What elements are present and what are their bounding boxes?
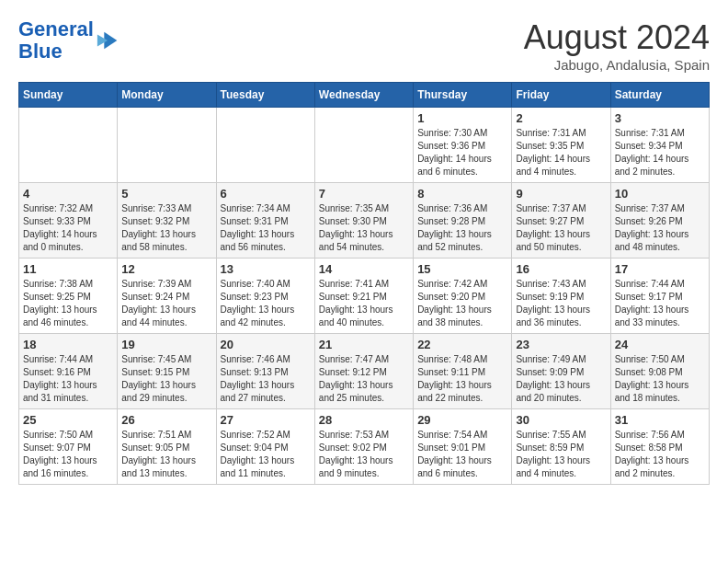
logo-icon — [96, 28, 121, 53]
weekday-header-sunday: Sunday — [19, 83, 118, 108]
calendar-cell — [118, 108, 216, 183]
day-info: Sunrise: 7:37 AM Sunset: 9:26 PM Dayligh… — [615, 202, 705, 254]
calendar-cell: 14Sunrise: 7:41 AM Sunset: 9:21 PM Dayli… — [314, 259, 413, 334]
day-number: 2 — [516, 111, 606, 125]
day-info: Sunrise: 7:32 AM Sunset: 9:33 PM Dayligh… — [23, 202, 113, 254]
day-info: Sunrise: 7:48 AM Sunset: 9:11 PM Dayligh… — [417, 353, 507, 405]
day-number: 5 — [121, 187, 211, 201]
calendar-cell: 28Sunrise: 7:53 AM Sunset: 9:02 PM Dayli… — [314, 409, 413, 485]
day-number: 17 — [615, 262, 705, 276]
day-info: Sunrise: 7:37 AM Sunset: 9:27 PM Dayligh… — [516, 202, 606, 254]
weekday-header-saturday: Saturday — [610, 83, 709, 108]
day-number: 20 — [221, 338, 311, 351]
calendar-cell: 1Sunrise: 7:30 AM Sunset: 9:36 PM Daylig… — [414, 108, 512, 183]
day-info: Sunrise: 7:50 AM Sunset: 9:07 PM Dayligh… — [23, 429, 113, 480]
calendar-cell: 9Sunrise: 7:37 AM Sunset: 9:27 PM Daylig… — [512, 183, 610, 259]
day-info: Sunrise: 7:43 AM Sunset: 9:19 PM Dayligh… — [516, 278, 606, 329]
day-info: Sunrise: 7:52 AM Sunset: 9:04 PM Dayligh… — [221, 429, 311, 480]
day-info: Sunrise: 7:56 AM Sunset: 8:58 PM Dayligh… — [615, 429, 705, 480]
calendar-cell: 3Sunrise: 7:31 AM Sunset: 9:34 PM Daylig… — [610, 108, 709, 183]
day-info: Sunrise: 7:42 AM Sunset: 9:20 PM Dayligh… — [417, 278, 507, 329]
day-number: 26 — [121, 413, 211, 427]
title-block: August 2024 Jabugo, Andalusia, Spain — [524, 18, 710, 73]
day-number: 22 — [417, 338, 507, 351]
day-number: 24 — [615, 338, 705, 351]
day-info: Sunrise: 7:39 AM Sunset: 9:24 PM Dayligh… — [121, 278, 211, 329]
calendar-body: 1Sunrise: 7:30 AM Sunset: 9:36 PM Daylig… — [19, 108, 710, 485]
day-number: 4 — [23, 187, 113, 201]
day-info: Sunrise: 7:36 AM Sunset: 9:28 PM Dayligh… — [417, 202, 507, 254]
day-info: Sunrise: 7:30 AM Sunset: 9:36 PM Dayligh… — [417, 127, 507, 178]
weekday-header-tuesday: Tuesday — [216, 83, 314, 108]
day-number: 14 — [319, 262, 409, 276]
calendar-cell: 12Sunrise: 7:39 AM Sunset: 9:24 PM Dayli… — [118, 259, 216, 334]
day-info: Sunrise: 7:34 AM Sunset: 9:31 PM Dayligh… — [221, 202, 311, 254]
weekday-row: SundayMondayTuesdayWednesdayThursdayFrid… — [19, 83, 710, 108]
weekday-header-wednesday: Wednesday — [314, 83, 413, 108]
calendar-cell: 20Sunrise: 7:46 AM Sunset: 9:13 PM Dayli… — [216, 334, 314, 409]
calendar-cell: 24Sunrise: 7:50 AM Sunset: 9:08 PM Dayli… — [610, 334, 709, 409]
day-number: 1 — [417, 111, 507, 125]
calendar-cell: 2Sunrise: 7:31 AM Sunset: 9:35 PM Daylig… — [512, 108, 610, 183]
day-number: 19 — [121, 338, 211, 351]
location-subtitle: Jabugo, Andalusia, Spain — [524, 57, 710, 73]
calendar-week-4: 18Sunrise: 7:44 AM Sunset: 9:16 PM Dayli… — [19, 334, 710, 409]
day-number: 3 — [615, 111, 705, 125]
logo: General Blue — [18, 18, 121, 63]
day-info: Sunrise: 7:41 AM Sunset: 9:21 PM Dayligh… — [319, 278, 409, 329]
calendar-cell: 10Sunrise: 7:37 AM Sunset: 9:26 PM Dayli… — [610, 183, 709, 259]
day-info: Sunrise: 7:47 AM Sunset: 9:12 PM Dayligh… — [319, 353, 409, 405]
day-info: Sunrise: 7:44 AM Sunset: 9:16 PM Dayligh… — [23, 353, 113, 405]
calendar-header: SundayMondayTuesdayWednesdayThursdayFrid… — [19, 83, 710, 108]
day-number: 15 — [417, 262, 507, 276]
calendar-cell: 6Sunrise: 7:34 AM Sunset: 9:31 PM Daylig… — [216, 183, 314, 259]
day-info: Sunrise: 7:33 AM Sunset: 9:32 PM Dayligh… — [121, 202, 211, 254]
day-info: Sunrise: 7:40 AM Sunset: 9:23 PM Dayligh… — [221, 278, 311, 329]
calendar-cell: 29Sunrise: 7:54 AM Sunset: 9:01 PM Dayli… — [414, 409, 512, 485]
calendar-cell: 17Sunrise: 7:44 AM Sunset: 9:17 PM Dayli… — [610, 259, 709, 334]
month-year-title: August 2024 — [524, 18, 710, 57]
day-number: 9 — [516, 187, 606, 201]
day-number: 18 — [23, 338, 113, 351]
calendar-cell: 23Sunrise: 7:49 AM Sunset: 9:09 PM Dayli… — [512, 334, 610, 409]
calendar-cell: 7Sunrise: 7:35 AM Sunset: 9:30 PM Daylig… — [314, 183, 413, 259]
day-info: Sunrise: 7:55 AM Sunset: 8:59 PM Dayligh… — [516, 429, 606, 480]
calendar-cell: 21Sunrise: 7:47 AM Sunset: 9:12 PM Dayli… — [314, 334, 413, 409]
day-number: 30 — [516, 413, 606, 427]
calendar-cell — [314, 108, 413, 183]
calendar-cell: 13Sunrise: 7:40 AM Sunset: 9:23 PM Dayli… — [216, 259, 314, 334]
calendar-cell — [216, 108, 314, 183]
calendar-cell: 27Sunrise: 7:52 AM Sunset: 9:04 PM Dayli… — [216, 409, 314, 485]
calendar-cell: 30Sunrise: 7:55 AM Sunset: 8:59 PM Dayli… — [512, 409, 610, 485]
calendar-cell: 5Sunrise: 7:33 AM Sunset: 9:32 PM Daylig… — [118, 183, 216, 259]
day-number: 11 — [23, 262, 113, 276]
day-info: Sunrise: 7:31 AM Sunset: 9:34 PM Dayligh… — [615, 127, 705, 178]
calendar-week-1: 1Sunrise: 7:30 AM Sunset: 9:36 PM Daylig… — [19, 108, 710, 183]
day-number: 27 — [221, 413, 311, 427]
day-info: Sunrise: 7:35 AM Sunset: 9:30 PM Dayligh… — [319, 202, 409, 254]
logo-text: General Blue — [18, 18, 94, 63]
day-number: 16 — [516, 262, 606, 276]
day-number: 7 — [319, 187, 409, 201]
weekday-header-monday: Monday — [118, 83, 216, 108]
weekday-header-thursday: Thursday — [414, 83, 512, 108]
day-number: 25 — [23, 413, 113, 427]
calendar-cell: 8Sunrise: 7:36 AM Sunset: 9:28 PM Daylig… — [414, 183, 512, 259]
day-info: Sunrise: 7:53 AM Sunset: 9:02 PM Dayligh… — [319, 429, 409, 480]
calendar-cell: 4Sunrise: 7:32 AM Sunset: 9:33 PM Daylig… — [19, 183, 118, 259]
day-info: Sunrise: 7:38 AM Sunset: 9:25 PM Dayligh… — [23, 278, 113, 329]
calendar-week-3: 11Sunrise: 7:38 AM Sunset: 9:25 PM Dayli… — [19, 259, 710, 334]
calendar-cell: 31Sunrise: 7:56 AM Sunset: 8:58 PM Dayli… — [610, 409, 709, 485]
calendar-table: SundayMondayTuesdayWednesdayThursdayFrid… — [18, 82, 710, 485]
calendar-cell: 18Sunrise: 7:44 AM Sunset: 9:16 PM Dayli… — [19, 334, 118, 409]
day-info: Sunrise: 7:44 AM Sunset: 9:17 PM Dayligh… — [615, 278, 705, 329]
day-info: Sunrise: 7:31 AM Sunset: 9:35 PM Dayligh… — [516, 127, 606, 178]
calendar-cell: 22Sunrise: 7:48 AM Sunset: 9:11 PM Dayli… — [414, 334, 512, 409]
day-number: 21 — [319, 338, 409, 351]
day-number: 13 — [221, 262, 311, 276]
calendar-week-5: 25Sunrise: 7:50 AM Sunset: 9:07 PM Dayli… — [19, 409, 710, 485]
calendar-cell: 11Sunrise: 7:38 AM Sunset: 9:25 PM Dayli… — [19, 259, 118, 334]
calendar-cell: 19Sunrise: 7:45 AM Sunset: 9:15 PM Dayli… — [118, 334, 216, 409]
calendar-cell — [19, 108, 118, 183]
calendar-cell: 25Sunrise: 7:50 AM Sunset: 9:07 PM Dayli… — [19, 409, 118, 485]
